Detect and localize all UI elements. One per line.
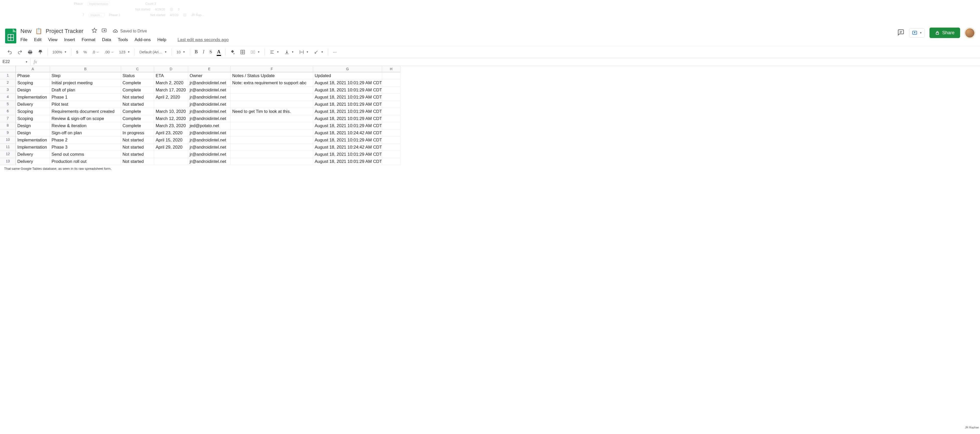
cell[interactable]: March 17, 2020 [154, 86, 188, 94]
format-currency-button[interactable]: $ [74, 48, 80, 56]
cell[interactable] [382, 72, 401, 80]
cell[interactable] [231, 129, 313, 137]
cell[interactable]: August 18, 2021 10:01:29 AM CDT [313, 101, 382, 108]
cell[interactable]: jr@androidintel.net [188, 115, 231, 122]
cell[interactable] [382, 94, 401, 101]
cell[interactable]: Design [16, 86, 50, 94]
column-header-C[interactable]: C [121, 66, 154, 72]
menu-file[interactable]: File [21, 37, 27, 42]
column-header-F[interactable]: F [231, 66, 313, 72]
cell[interactable]: Implementation [16, 137, 50, 144]
cell[interactable] [382, 80, 401, 86]
row-header[interactable]: 4 [0, 94, 16, 101]
borders-button[interactable] [238, 48, 247, 56]
last-edit-link[interactable]: Last edit was seconds ago [178, 37, 229, 42]
cell[interactable]: August 18, 2021 10:01:29 AM CDT [313, 86, 382, 94]
cell[interactable]: Implementation [16, 144, 50, 151]
cell[interactable]: Note: extra requirement to support abc [231, 80, 313, 86]
formula-input[interactable] [40, 58, 980, 65]
cell[interactable] [382, 122, 401, 129]
text-color-button[interactable]: A [215, 48, 223, 56]
italic-button[interactable]: I [201, 48, 207, 56]
menu-data[interactable]: Data [102, 37, 111, 42]
cell[interactable]: jr@androidintel.net [188, 144, 231, 151]
cell[interactable]: August 18, 2021 10:01:29 AM CDT [313, 122, 382, 129]
cell[interactable]: Scoping [16, 80, 50, 86]
cell[interactable] [382, 108, 401, 115]
row-header[interactable]: 6 [0, 108, 16, 115]
sheets-logo-icon[interactable] [5, 29, 16, 43]
cell[interactable]: March 23, 2020 [154, 122, 188, 129]
cell[interactable] [231, 122, 313, 129]
cell[interactable]: ETA [154, 72, 188, 80]
paint-format-button[interactable] [36, 48, 45, 56]
cell[interactable]: Not started [121, 151, 154, 158]
star-icon[interactable] [92, 27, 97, 35]
cell[interactable]: Implementation [16, 94, 50, 101]
menu-tools[interactable]: Tools [118, 37, 128, 42]
cell[interactable]: Phase [16, 72, 50, 80]
spreadsheet-grid[interactable]: ABCDEFGH1PhaseStepStatusETAOwnerNotes / … [0, 66, 980, 165]
cell[interactable]: Not started [121, 101, 154, 108]
cell[interactable]: Delivery [16, 158, 50, 165]
cell[interactable]: March 2, 2020 [154, 80, 188, 86]
cell[interactable]: jr@androidintel.net [188, 158, 231, 165]
cell[interactable]: jr@androidintel.net [188, 151, 231, 158]
row-header[interactable]: 5 [0, 101, 16, 108]
cell[interactable]: August 18, 2021 10:01:29 AM CDT [313, 94, 382, 101]
cell[interactable]: Not started [121, 137, 154, 144]
cell[interactable]: Not started [121, 144, 154, 151]
cell[interactable] [231, 144, 313, 151]
share-button[interactable]: Share [929, 27, 960, 38]
cell[interactable]: jr@androidintel.net [188, 94, 231, 101]
cell[interactable] [231, 151, 313, 158]
cell[interactable]: Complete [121, 122, 154, 129]
doc-title-suffix[interactable]: Project Tracker [46, 28, 83, 35]
cell[interactable]: Send out comms [50, 151, 121, 158]
cell[interactable]: Phase 2 [50, 137, 121, 144]
menu-format[interactable]: Format [82, 37, 95, 42]
cell[interactable] [154, 158, 188, 165]
cell[interactable]: Step [50, 72, 121, 80]
cell[interactable]: August 18, 2021 10:01:29 AM CDT [313, 158, 382, 165]
row-header[interactable]: 13 [0, 158, 16, 165]
cell[interactable] [231, 101, 313, 108]
cell[interactable] [154, 101, 188, 108]
cell[interactable]: April 2, 2020 [154, 94, 188, 101]
select-all-corner[interactable] [0, 66, 16, 72]
cell[interactable]: Complete [121, 86, 154, 94]
cell[interactable]: Updated [313, 72, 382, 80]
cell[interactable]: Design [16, 129, 50, 137]
redo-button[interactable] [15, 48, 24, 56]
text-rotation-button[interactable]: ▼ [312, 48, 325, 56]
merge-cells-button[interactable]: ▼ [248, 48, 262, 56]
cell[interactable]: Initial project meeting [50, 80, 121, 86]
text-wrap-button[interactable]: ▼ [297, 48, 311, 56]
format-percent-button[interactable]: % [81, 48, 89, 56]
menu-addons[interactable]: Add-ons [135, 37, 151, 42]
row-header[interactable]: 11 [0, 144, 16, 151]
cell[interactable]: August 18, 2021 10:24:42 AM CDT [313, 129, 382, 137]
row-header[interactable]: 9 [0, 129, 16, 137]
menu-help[interactable]: Help [158, 37, 166, 42]
menu-edit[interactable]: Edit [34, 37, 41, 42]
row-header[interactable]: 7 [0, 115, 16, 122]
cell[interactable]: jr@androidintel.net [188, 101, 231, 108]
cell[interactable] [382, 86, 401, 94]
cell[interactable] [382, 151, 401, 158]
row-header[interactable]: 12 [0, 151, 16, 158]
cell[interactable]: Complete [121, 115, 154, 122]
move-icon[interactable] [101, 27, 107, 35]
menu-insert[interactable]: Insert [64, 37, 75, 42]
cell[interactable] [382, 158, 401, 165]
number-format-select[interactable]: 123▼ [117, 48, 132, 56]
cell[interactable]: jr@androidintel.net [188, 129, 231, 137]
cell[interactable]: August 18, 2021 10:01:29 AM CDT [313, 137, 382, 144]
zoom-select[interactable]: 100%▼ [50, 48, 68, 56]
cell[interactable]: August 18, 2021 10:01:29 AM CDT [313, 80, 382, 86]
cell[interactable] [231, 86, 313, 94]
cell[interactable]: Sign-off on plan [50, 129, 121, 137]
cell[interactable] [382, 137, 401, 144]
cell[interactable]: April 29, 2020 [154, 144, 188, 151]
column-header-A[interactable]: A [16, 66, 50, 72]
